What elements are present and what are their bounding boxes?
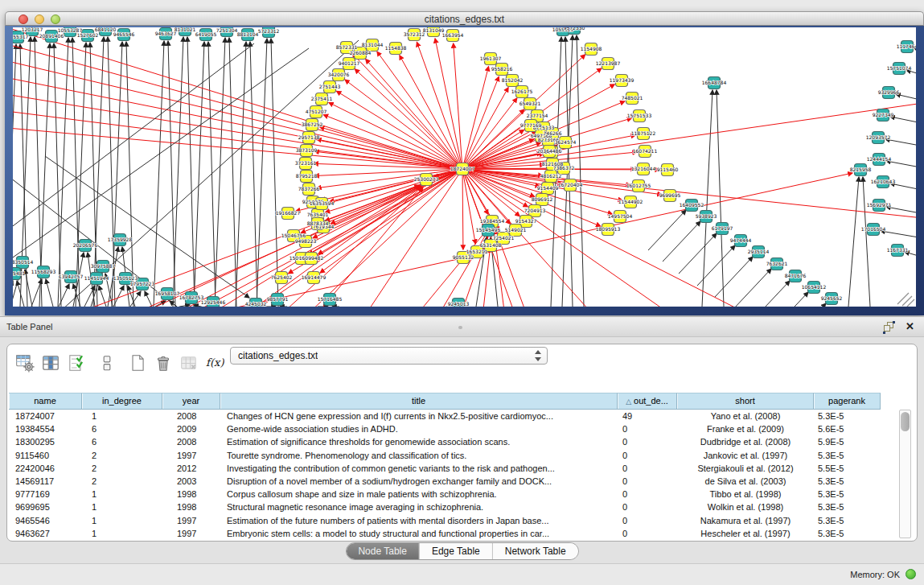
- graph-edge: [885, 139, 916, 149]
- tab-node-table[interactable]: Node Table: [346, 543, 419, 559]
- table-panel: Table Panel ✕ f(x) citations_edges.txt n…: [0, 316, 924, 585]
- table-row[interactable]: 946554611997Estimation of the future num…: [9, 514, 881, 527]
- table-cell: 2003: [162, 475, 220, 488]
- table-row[interactable]: 946362711997Embryonic stem cells: a mode…: [9, 527, 881, 540]
- table-row[interactable]: 1456911722003Disruption of a novel membe…: [9, 475, 881, 488]
- graph-node-label: 8795218: [296, 173, 318, 179]
- graph-node-label: 3624574: [555, 139, 577, 145]
- graph-edge: [343, 169, 462, 307]
- delete-table-icon[interactable]: [154, 353, 173, 373]
- graph-edge: [215, 38, 225, 307]
- function-builder-icon[interactable]: f(x): [205, 353, 224, 373]
- column-header-title[interactable]: title: [220, 393, 618, 410]
- graph-node-label: 16958107: [155, 290, 180, 296]
- graph-edge: [400, 56, 462, 169]
- table-cell: 1: [82, 514, 162, 527]
- graph-node-label: 8471676: [785, 273, 807, 278]
- graph-node-label: 3915481: [13, 270, 26, 276]
- graph-node-label: 16074211: [633, 148, 658, 154]
- graph-edge: [905, 252, 916, 262]
- table-row[interactable]: 1872400712008Changes of HCN gene express…: [9, 410, 881, 422]
- select-columns-icon[interactable]: [41, 353, 60, 373]
- graph-edge: [58, 38, 68, 307]
- graph-node-label: 7837266: [298, 186, 320, 192]
- table-cell: 0: [618, 462, 677, 475]
- network-select[interactable]: citations_edges.txt: [230, 347, 548, 365]
- table-row[interactable]: 969969511998Structural magnetic resonanc…: [9, 501, 881, 513]
- table-cell: 0: [618, 475, 677, 488]
- table-cell: 5.3E-5: [814, 410, 881, 422]
- graph-node-label: 2375411: [311, 96, 333, 101]
- window-titlebar[interactable]: citations_edges.txt: [5, 11, 924, 26]
- table-cell: 5.6E-5: [814, 422, 881, 435]
- column-header-short[interactable]: short: [677, 393, 814, 410]
- table-cell: 1: [82, 527, 162, 540]
- table-cell: 0: [618, 435, 677, 448]
- network-canvas[interactable]: 1872400722608849401217342007627514432375…: [13, 27, 916, 307]
- graph-node-label: 8813104: [237, 31, 259, 37]
- table-tabs: Node TableEdge TableNetwork Table: [345, 542, 578, 560]
- tab-network-table[interactable]: Network Table: [492, 543, 578, 559]
- graph-node-label: 19384554: [480, 218, 505, 224]
- table-cell: 2012: [162, 462, 220, 475]
- column-header-name[interactable]: name: [9, 393, 82, 410]
- panel-drag-handle[interactable]: [458, 326, 462, 329]
- select-rows-icon[interactable]: [67, 353, 86, 373]
- table-row[interactable]: 1830029562008Estimation of significance …: [9, 435, 881, 448]
- vertical-scrollbar[interactable]: [899, 410, 911, 538]
- graph-node-label: 13216044: [631, 166, 656, 171]
- new-table-icon[interactable]: [128, 353, 147, 373]
- column-header-in_degree[interactable]: in_degree: [82, 393, 162, 410]
- graph-edge: [208, 42, 216, 307]
- graph-node-label: 11875122: [631, 130, 656, 136]
- table-cell: Genome-wide association studies in ADHD.: [220, 422, 618, 435]
- graph-node-label: 16720404: [558, 182, 583, 187]
- graph-node-label: 9245013: [448, 301, 470, 307]
- graph-node-label: 16353594: [310, 200, 335, 206]
- graph-node-label: 13942757: [59, 274, 84, 279]
- table-cell: 5.5E-5: [814, 462, 881, 475]
- table-cell: Hescheler et al. (1997): [677, 527, 814, 540]
- graph-node-label: 17359928: [108, 237, 133, 242]
- tab-edge-table[interactable]: Edge Table: [419, 543, 492, 559]
- table-cell: 5.3E-5: [814, 488, 881, 501]
- table-settings-icon[interactable]: [15, 353, 35, 373]
- float-panel-icon[interactable]: [884, 322, 895, 332]
- graph-edge: [13, 108, 462, 169]
- table-cell: 5.3E-5: [814, 475, 881, 488]
- table-cell: Estimation of significance thresholds fo…: [220, 435, 618, 448]
- graph-node-label: 1961307: [480, 56, 502, 61]
- close-panel-icon[interactable]: ✕: [906, 320, 914, 332]
- column-header-out_de[interactable]: △out_de...: [618, 393, 677, 410]
- row-height-icon[interactable]: [97, 353, 117, 373]
- graph-node-label: 1203217: [22, 27, 43, 32]
- scrollbar-thumb[interactable]: [901, 412, 910, 431]
- graph-node-label: 8096912: [532, 196, 553, 202]
- column-header-year[interactable]: year: [162, 393, 220, 410]
- table-cell: 0: [618, 488, 677, 501]
- graph-edge: [906, 70, 916, 80]
- graph-node-label: 3572312: [404, 31, 425, 37]
- table-cell: 5.3E-5: [814, 449, 881, 462]
- graph-node-label: 8131044: [362, 42, 384, 47]
- graph-edge: [715, 257, 753, 297]
- table-row[interactable]: 2242004622012Investigating the contribut…: [9, 462, 881, 475]
- graph-node-label: 17016504: [861, 226, 886, 232]
- table-row[interactable]: 911546021997Tourette syndrome. Phenomeno…: [9, 449, 881, 462]
- graph-node-label: 6549321: [519, 101, 541, 106]
- graph-node-label: 8131049: [423, 27, 445, 33]
- table-row[interactable]: 977716911998Corpus callosum shape and si…: [9, 488, 881, 501]
- graph-edge: [890, 117, 916, 126]
- graph-edge: [345, 80, 462, 169]
- table-cell: 14569117: [9, 475, 82, 488]
- graph-edge: [271, 39, 278, 307]
- resize-grip[interactable]: [897, 293, 909, 304]
- graph-edge: [415, 229, 487, 307]
- graph-node-label: 9474444: [730, 237, 752, 243]
- graph-edge: [194, 42, 204, 307]
- graph-node-label: 20364486: [537, 148, 562, 154]
- table-row[interactable]: 1938455462009Genome-wide association stu…: [9, 422, 881, 435]
- combo-stepper-icon: [533, 350, 542, 361]
- table-cell: 18300295: [9, 435, 82, 448]
- column-header-pagerank[interactable]: pagerank: [814, 393, 881, 410]
